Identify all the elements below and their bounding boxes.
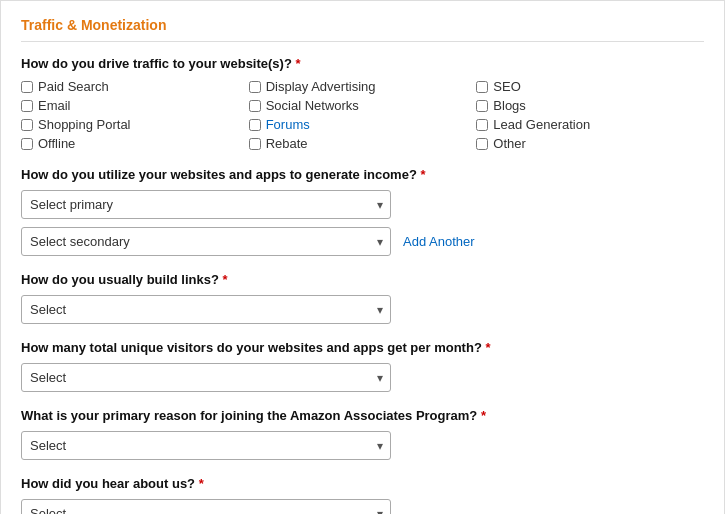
checkbox-item-seo[interactable]: SEO (476, 79, 704, 94)
traffic-question-label: How do you drive traffic to your website… (21, 56, 704, 71)
required-indicator: * (296, 56, 301, 71)
checkbox-item-offline[interactable]: Offline (21, 136, 249, 151)
required-indicator-2: * (420, 167, 425, 182)
checkbox-item-shopping-portal[interactable]: Shopping Portal (21, 117, 249, 132)
income-question-label: How do you utilize your websites and app… (21, 167, 704, 182)
checkbox-forums[interactable] (249, 119, 261, 131)
traffic-question-block: How do you drive traffic to your website… (21, 56, 704, 151)
reason-select-row: Select (21, 431, 704, 460)
checkbox-item-social-networks[interactable]: Social Networks (249, 98, 477, 113)
section-title: Traffic & Monetization (21, 17, 704, 42)
reason-question-block: What is your primary reason for joining … (21, 408, 704, 460)
checkbox-social-networks[interactable] (249, 100, 261, 112)
checkbox-other[interactable] (476, 138, 488, 150)
checkbox-rebate[interactable] (249, 138, 261, 150)
required-indicator-6: * (199, 476, 204, 491)
required-indicator-5: * (481, 408, 486, 423)
select-primary[interactable]: Select primary (21, 190, 391, 219)
reason-select-wrapper: Select (21, 431, 391, 460)
reason-question-label: What is your primary reason for joining … (21, 408, 704, 423)
links-select-row: Select (21, 295, 704, 324)
checkbox-blogs[interactable] (476, 100, 488, 112)
links-question-block: How do you usually build links? * Select (21, 272, 704, 324)
checkbox-item-paid-search[interactable]: Paid Search (21, 79, 249, 94)
checkbox-item-other[interactable]: Other (476, 136, 704, 151)
checkbox-item-rebate[interactable]: Rebate (249, 136, 477, 151)
links-question-label: How do you usually build links? * (21, 272, 704, 287)
required-indicator-3: * (223, 272, 228, 287)
required-indicator-4: * (485, 340, 490, 355)
heard-select-wrapper: Select (21, 499, 391, 514)
checkbox-offline[interactable] (21, 138, 33, 150)
checkbox-item-blogs[interactable]: Blogs (476, 98, 704, 113)
visitors-select-row: Select (21, 363, 704, 392)
primary-select-wrapper: Select primary (21, 190, 391, 219)
select-visitors[interactable]: Select (21, 363, 391, 392)
traffic-checkbox-grid: Paid Search Display Advertising SEO Emai… (21, 79, 704, 151)
visitors-question-label: How many total unique visitors do your w… (21, 340, 704, 355)
checkbox-item-email[interactable]: Email (21, 98, 249, 113)
income-question-block: How do you utilize your websites and app… (21, 167, 704, 256)
form-container: Traffic & Monetization How do you drive … (0, 0, 725, 514)
visitors-question-block: How many total unique visitors do your w… (21, 340, 704, 392)
secondary-select-row: Select secondary Add Another (21, 227, 704, 256)
heard-question-label: How did you hear about us? * (21, 476, 704, 491)
primary-select-row: Select primary (21, 190, 704, 219)
checkbox-paid-search[interactable] (21, 81, 33, 93)
checkbox-item-lead-generation[interactable]: Lead Generation (476, 117, 704, 132)
checkbox-lead-generation[interactable] (476, 119, 488, 131)
select-reason[interactable]: Select (21, 431, 391, 460)
links-select-wrapper: Select (21, 295, 391, 324)
heard-question-block: How did you hear about us? * Select (21, 476, 704, 514)
visitors-select-wrapper: Select (21, 363, 391, 392)
select-secondary[interactable]: Select secondary (21, 227, 391, 256)
checkbox-display-advertising[interactable] (249, 81, 261, 93)
checkbox-item-forums[interactable]: Forums (249, 117, 477, 132)
checkbox-email[interactable] (21, 100, 33, 112)
select-heard[interactable]: Select (21, 499, 391, 514)
checkbox-shopping-portal[interactable] (21, 119, 33, 131)
select-links[interactable]: Select (21, 295, 391, 324)
add-another-link[interactable]: Add Another (403, 234, 475, 249)
checkbox-item-display-advertising[interactable]: Display Advertising (249, 79, 477, 94)
heard-select-row: Select (21, 499, 704, 514)
checkbox-seo[interactable] (476, 81, 488, 93)
secondary-select-wrapper: Select secondary (21, 227, 391, 256)
